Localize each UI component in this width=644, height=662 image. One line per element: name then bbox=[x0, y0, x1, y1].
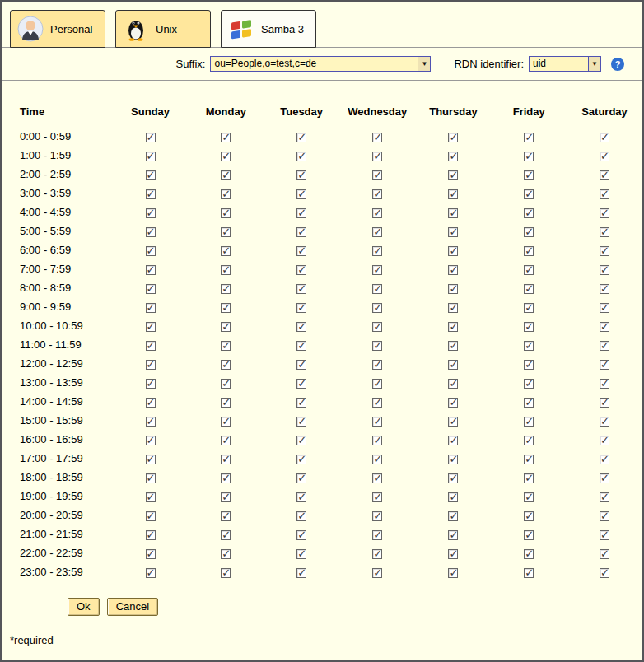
hour-checkbox[interactable] bbox=[600, 189, 609, 199]
hour-checkbox[interactable] bbox=[221, 133, 231, 142]
hour-checkbox[interactable] bbox=[448, 246, 458, 256]
help-icon[interactable]: ? bbox=[611, 58, 624, 71]
chevron-down-icon[interactable]: ▼ bbox=[418, 57, 430, 71]
hour-checkbox[interactable] bbox=[146, 417, 156, 427]
hour-checkbox[interactable] bbox=[146, 473, 156, 483]
hour-checkbox[interactable] bbox=[448, 379, 458, 389]
hour-checkbox[interactable] bbox=[146, 511, 156, 521]
hour-checkbox[interactable] bbox=[146, 265, 156, 275]
hour-checkbox[interactable] bbox=[448, 568, 458, 578]
hour-checkbox[interactable] bbox=[600, 379, 609, 389]
hour-checkbox[interactable] bbox=[296, 208, 306, 218]
hour-checkbox[interactable] bbox=[146, 492, 156, 502]
hour-checkbox[interactable] bbox=[296, 436, 306, 445]
hour-checkbox[interactable] bbox=[524, 189, 534, 199]
hour-checkbox[interactable] bbox=[524, 511, 534, 521]
hour-checkbox[interactable] bbox=[524, 170, 534, 180]
hour-checkbox[interactable] bbox=[146, 530, 156, 540]
hour-checkbox[interactable] bbox=[146, 303, 156, 313]
hour-checkbox[interactable] bbox=[372, 417, 382, 427]
hour-checkbox[interactable] bbox=[221, 436, 231, 445]
hour-checkbox[interactable] bbox=[372, 436, 382, 445]
hour-checkbox[interactable] bbox=[448, 208, 458, 218]
hour-checkbox[interactable] bbox=[372, 152, 382, 161]
hour-checkbox[interactable] bbox=[600, 492, 609, 502]
hour-checkbox[interactable] bbox=[524, 246, 534, 256]
hour-checkbox[interactable] bbox=[372, 189, 382, 199]
hour-checkbox[interactable] bbox=[600, 511, 609, 521]
hour-checkbox[interactable] bbox=[296, 455, 306, 464]
hour-checkbox[interactable] bbox=[448, 417, 458, 427]
hour-checkbox[interactable] bbox=[296, 511, 306, 521]
hour-checkbox[interactable] bbox=[524, 379, 534, 389]
hour-checkbox[interactable] bbox=[372, 322, 382, 332]
hour-checkbox[interactable] bbox=[221, 341, 231, 351]
hour-checkbox[interactable] bbox=[524, 436, 534, 445]
hour-checkbox[interactable] bbox=[221, 265, 231, 275]
hour-checkbox[interactable] bbox=[221, 379, 231, 389]
hour-checkbox[interactable] bbox=[221, 246, 231, 256]
tab-samba3[interactable]: Samba 3 bbox=[221, 10, 316, 48]
hour-checkbox[interactable] bbox=[372, 170, 382, 180]
hour-checkbox[interactable] bbox=[221, 360, 231, 370]
hour-checkbox[interactable] bbox=[296, 341, 306, 351]
hour-checkbox[interactable] bbox=[524, 568, 534, 578]
hour-checkbox[interactable] bbox=[448, 341, 458, 351]
hour-checkbox[interactable] bbox=[372, 455, 382, 464]
hour-checkbox[interactable] bbox=[524, 322, 534, 332]
hour-checkbox[interactable] bbox=[372, 227, 382, 237]
tab-personal[interactable]: Personal bbox=[10, 10, 105, 48]
hour-checkbox[interactable] bbox=[372, 265, 382, 275]
hour-checkbox[interactable] bbox=[448, 530, 458, 540]
cancel-button[interactable]: Cancel bbox=[107, 598, 158, 616]
hour-checkbox[interactable] bbox=[448, 398, 458, 408]
hour-checkbox[interactable] bbox=[146, 379, 156, 389]
hour-checkbox[interactable] bbox=[146, 398, 156, 408]
hour-checkbox[interactable] bbox=[221, 511, 231, 521]
hour-checkbox[interactable] bbox=[372, 549, 382, 559]
hour-checkbox[interactable] bbox=[296, 152, 306, 161]
hour-checkbox[interactable] bbox=[524, 265, 534, 275]
hour-checkbox[interactable] bbox=[296, 133, 306, 142]
hour-checkbox[interactable] bbox=[524, 360, 534, 370]
suffix-select[interactable]: ou=People,o=test,c=de ▼ bbox=[210, 56, 431, 72]
hour-checkbox[interactable] bbox=[448, 549, 458, 559]
hour-checkbox[interactable] bbox=[448, 189, 458, 199]
hour-checkbox[interactable] bbox=[372, 511, 382, 521]
hour-checkbox[interactable] bbox=[221, 398, 231, 408]
hour-checkbox[interactable] bbox=[448, 436, 458, 445]
hour-checkbox[interactable] bbox=[600, 246, 609, 256]
hour-checkbox[interactable] bbox=[372, 568, 382, 578]
hour-checkbox[interactable] bbox=[146, 170, 156, 180]
hour-checkbox[interactable] bbox=[524, 208, 534, 218]
hour-checkbox[interactable] bbox=[221, 417, 231, 427]
hour-checkbox[interactable] bbox=[600, 284, 609, 294]
hour-checkbox[interactable] bbox=[146, 360, 156, 370]
hour-checkbox[interactable] bbox=[524, 341, 534, 351]
hour-checkbox[interactable] bbox=[372, 284, 382, 294]
hour-checkbox[interactable] bbox=[146, 152, 156, 161]
hour-checkbox[interactable] bbox=[600, 133, 609, 142]
hour-checkbox[interactable] bbox=[221, 322, 231, 332]
hour-checkbox[interactable] bbox=[600, 152, 609, 161]
hour-checkbox[interactable] bbox=[296, 189, 306, 199]
hour-checkbox[interactable] bbox=[448, 227, 458, 237]
hour-checkbox[interactable] bbox=[524, 530, 534, 540]
hour-checkbox[interactable] bbox=[221, 208, 231, 218]
hour-checkbox[interactable] bbox=[524, 398, 534, 408]
hour-checkbox[interactable] bbox=[146, 568, 156, 578]
hour-checkbox[interactable] bbox=[600, 227, 609, 237]
hour-checkbox[interactable] bbox=[524, 549, 534, 559]
hour-checkbox[interactable] bbox=[296, 568, 306, 578]
hour-checkbox[interactable] bbox=[221, 303, 231, 313]
hour-checkbox[interactable] bbox=[221, 473, 231, 483]
hour-checkbox[interactable] bbox=[600, 568, 609, 578]
hour-checkbox[interactable] bbox=[372, 473, 382, 483]
hour-checkbox[interactable] bbox=[524, 133, 534, 142]
hour-checkbox[interactable] bbox=[372, 341, 382, 351]
tab-unix[interactable]: Unix bbox=[115, 10, 211, 48]
hour-checkbox[interactable] bbox=[600, 417, 609, 427]
hour-checkbox[interactable] bbox=[146, 208, 156, 218]
hour-checkbox[interactable] bbox=[146, 284, 156, 294]
hour-checkbox[interactable] bbox=[146, 436, 156, 445]
